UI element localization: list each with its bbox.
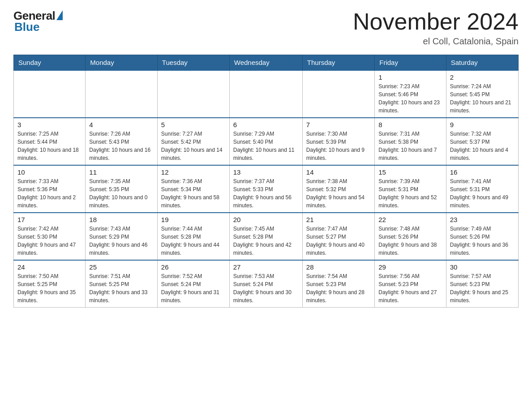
- day-number: 24: [17, 263, 82, 271]
- day-info: Sunrise: 7:23 AM Sunset: 5:46 PM Dayligh…: [378, 82, 442, 115]
- calendar-cell: 20Sunrise: 7:45 AM Sunset: 5:28 PM Dayli…: [229, 213, 302, 260]
- day-info: Sunrise: 7:53 AM Sunset: 5:24 PM Dayligh…: [233, 272, 299, 304]
- day-number: 14: [306, 168, 371, 176]
- calendar-cell: 13Sunrise: 7:37 AM Sunset: 5:33 PM Dayli…: [229, 165, 302, 213]
- day-info: Sunrise: 7:39 AM Sunset: 5:31 PM Dayligh…: [378, 177, 442, 210]
- calendar-cell: 12Sunrise: 7:36 AM Sunset: 5:34 PM Dayli…: [157, 165, 229, 213]
- day-number: 7: [306, 121, 371, 128]
- day-info: Sunrise: 7:44 AM Sunset: 5:28 PM Dayligh…: [161, 225, 226, 257]
- day-number: 13: [233, 168, 299, 176]
- day-number: 22: [378, 216, 442, 223]
- day-number: 20: [233, 216, 299, 223]
- day-info: Sunrise: 7:36 AM Sunset: 5:34 PM Dayligh…: [161, 177, 226, 210]
- day-number: 8: [378, 121, 442, 128]
- day-info: Sunrise: 7:35 AM Sunset: 5:35 PM Dayligh…: [89, 177, 154, 210]
- day-info: Sunrise: 7:56 AM Sunset: 5:23 PM Dayligh…: [378, 272, 442, 304]
- day-info: Sunrise: 7:41 AM Sunset: 5:31 PM Dayligh…: [450, 177, 515, 210]
- calendar-cell: 6Sunrise: 7:29 AM Sunset: 5:40 PM Daylig…: [229, 118, 302, 165]
- day-info: Sunrise: 7:57 AM Sunset: 5:23 PM Dayligh…: [450, 272, 515, 304]
- calendar-cell: 1Sunrise: 7:23 AM Sunset: 5:46 PM Daylig…: [375, 70, 446, 118]
- day-info: Sunrise: 7:49 AM Sunset: 5:26 PM Dayligh…: [450, 225, 515, 257]
- calendar-cell: [86, 70, 158, 118]
- calendar-cell: 17Sunrise: 7:42 AM Sunset: 5:30 PM Dayli…: [14, 213, 86, 260]
- calendar-cell: 28Sunrise: 7:54 AM Sunset: 5:23 PM Dayli…: [302, 260, 374, 308]
- day-info: Sunrise: 7:51 AM Sunset: 5:25 PM Dayligh…: [89, 272, 154, 304]
- day-number: 10: [17, 168, 82, 176]
- week-row: 3Sunrise: 7:25 AM Sunset: 5:44 PM Daylig…: [14, 118, 519, 165]
- calendar-cell: 9Sunrise: 7:32 AM Sunset: 5:37 PM Daylig…: [446, 118, 518, 165]
- day-number: 27: [233, 263, 299, 271]
- day-of-week-header: Friday: [375, 55, 446, 71]
- day-number: 3: [17, 121, 82, 128]
- calendar-cell: 16Sunrise: 7:41 AM Sunset: 5:31 PM Dayli…: [446, 165, 518, 213]
- day-info: Sunrise: 7:48 AM Sunset: 5:26 PM Dayligh…: [378, 225, 442, 257]
- calendar-cell: 4Sunrise: 7:26 AM Sunset: 5:43 PM Daylig…: [86, 118, 158, 165]
- calendar-cell: 15Sunrise: 7:39 AM Sunset: 5:31 PM Dayli…: [375, 165, 446, 213]
- day-number: 16: [450, 168, 515, 176]
- day-of-week-header: Tuesday: [157, 55, 229, 71]
- calendar-cell: 26Sunrise: 7:52 AM Sunset: 5:24 PM Dayli…: [157, 260, 229, 308]
- day-number: 17: [17, 216, 82, 223]
- day-number: 18: [89, 216, 154, 223]
- calendar-cell: 11Sunrise: 7:35 AM Sunset: 5:35 PM Dayli…: [86, 165, 158, 213]
- calendar-cell: 3Sunrise: 7:25 AM Sunset: 5:44 PM Daylig…: [14, 118, 86, 165]
- day-number: 9: [450, 121, 515, 128]
- day-info: Sunrise: 7:42 AM Sunset: 5:30 PM Dayligh…: [17, 225, 82, 257]
- calendar-cell: 24Sunrise: 7:50 AM Sunset: 5:25 PM Dayli…: [14, 260, 86, 308]
- title-block: November 2024 el Coll, Catalonia, Spain: [353, 9, 519, 47]
- day-info: Sunrise: 7:27 AM Sunset: 5:42 PM Dayligh…: [161, 130, 226, 162]
- day-number: 29: [378, 263, 442, 271]
- day-info: Sunrise: 7:32 AM Sunset: 5:37 PM Dayligh…: [450, 130, 515, 162]
- day-of-week-header: Wednesday: [229, 55, 302, 71]
- day-info: Sunrise: 7:50 AM Sunset: 5:25 PM Dayligh…: [17, 272, 82, 304]
- calendar-cell: 19Sunrise: 7:44 AM Sunset: 5:28 PM Dayli…: [157, 213, 229, 260]
- calendar-cell: 5Sunrise: 7:27 AM Sunset: 5:42 PM Daylig…: [157, 118, 229, 165]
- day-number: 2: [450, 73, 515, 81]
- page-header: General Blue November 2024 el Coll, Cata…: [13, 9, 519, 47]
- day-number: 21: [306, 216, 371, 223]
- logo-triangle-icon: [56, 10, 63, 20]
- calendar-cell: [157, 70, 229, 118]
- day-number: 1: [378, 73, 442, 81]
- day-number: 28: [306, 263, 371, 271]
- week-row: 10Sunrise: 7:33 AM Sunset: 5:36 PM Dayli…: [14, 165, 519, 213]
- calendar-cell: 21Sunrise: 7:47 AM Sunset: 5:27 PM Dayli…: [302, 213, 374, 260]
- calendar-cell: 25Sunrise: 7:51 AM Sunset: 5:25 PM Dayli…: [86, 260, 158, 308]
- day-of-week-header: Sunday: [14, 55, 86, 71]
- day-number: 19: [161, 216, 226, 223]
- day-info: Sunrise: 7:30 AM Sunset: 5:39 PM Dayligh…: [306, 130, 371, 162]
- day-number: 26: [161, 263, 226, 271]
- day-number: 12: [161, 168, 226, 176]
- calendar-cell: 29Sunrise: 7:56 AM Sunset: 5:23 PM Dayli…: [375, 260, 446, 308]
- day-number: 11: [89, 168, 154, 176]
- day-number: 4: [89, 121, 154, 128]
- calendar-cell: 23Sunrise: 7:49 AM Sunset: 5:26 PM Dayli…: [446, 213, 518, 260]
- day-info: Sunrise: 7:52 AM Sunset: 5:24 PM Dayligh…: [161, 272, 226, 304]
- month-title: November 2024: [353, 9, 519, 34]
- day-number: 25: [89, 263, 154, 271]
- calendar-cell: 18Sunrise: 7:43 AM Sunset: 5:29 PM Dayli…: [86, 213, 158, 260]
- day-info: Sunrise: 7:54 AM Sunset: 5:23 PM Dayligh…: [306, 272, 371, 304]
- calendar-cell: 10Sunrise: 7:33 AM Sunset: 5:36 PM Dayli…: [14, 165, 86, 213]
- calendar-cell: [14, 70, 86, 118]
- day-info: Sunrise: 7:43 AM Sunset: 5:29 PM Dayligh…: [89, 225, 154, 257]
- week-row: 1Sunrise: 7:23 AM Sunset: 5:46 PM Daylig…: [14, 70, 519, 118]
- day-info: Sunrise: 7:38 AM Sunset: 5:32 PM Dayligh…: [306, 177, 371, 210]
- day-of-week-header: Monday: [86, 55, 158, 71]
- day-of-week-header: Saturday: [446, 55, 518, 71]
- day-info: Sunrise: 7:47 AM Sunset: 5:27 PM Dayligh…: [306, 225, 371, 257]
- calendar-table: SundayMondayTuesdayWednesdayThursdayFrid…: [13, 55, 519, 308]
- calendar-cell: [229, 70, 302, 118]
- day-number: 30: [450, 263, 515, 271]
- day-number: 6: [233, 121, 299, 128]
- day-info: Sunrise: 7:25 AM Sunset: 5:44 PM Dayligh…: [17, 130, 82, 162]
- logo: General Blue: [13, 9, 63, 34]
- day-info: Sunrise: 7:29 AM Sunset: 5:40 PM Dayligh…: [233, 130, 299, 162]
- day-number: 15: [378, 168, 442, 176]
- calendar-cell: 30Sunrise: 7:57 AM Sunset: 5:23 PM Dayli…: [446, 260, 518, 308]
- day-number: 23: [450, 216, 515, 223]
- day-info: Sunrise: 7:45 AM Sunset: 5:28 PM Dayligh…: [233, 225, 299, 257]
- calendar-cell: 27Sunrise: 7:53 AM Sunset: 5:24 PM Dayli…: [229, 260, 302, 308]
- day-number: 5: [161, 121, 226, 128]
- location-text: el Coll, Catalonia, Spain: [353, 36, 519, 47]
